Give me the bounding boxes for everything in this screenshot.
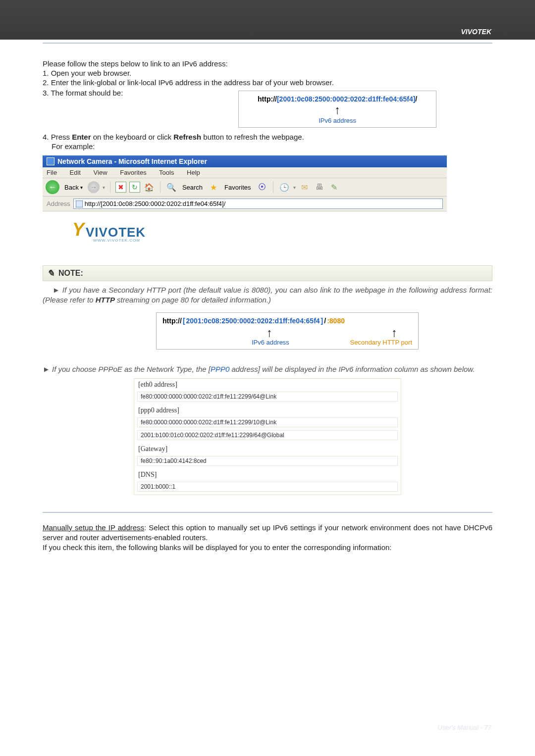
search-icon[interactable]: 🔍 [165,181,177,193]
eth0-header: [eth0 address] [134,379,401,391]
manual-lead: Manually setup the IP address [43,523,144,532]
back-button[interactable]: Back ▾ [62,183,85,192]
note-p2c: address] will be displayed in the IPv6 i… [229,365,475,373]
step-4b: For example: [52,142,492,151]
ie-window: Network Camera - Microsoft Internet Expl… [43,155,447,248]
url2-label-port: Secondary HTTP port [350,339,412,346]
dns-header: [DNS] [134,469,401,481]
stop-icon[interactable]: ✖ [115,182,126,193]
url2-port: :8080 [327,317,345,325]
toolbar-sep-2 [160,181,160,193]
ie-title: Network Camera - Microsoft Internet Expl… [57,157,207,165]
note-title: NOTE: [58,269,83,278]
ipv6-url: http://[2001:0c08:2500:0002:0202:d1ff:fe… [245,95,430,103]
url-addr: 2001:0c08:2500:0002:0202:d1ff:fe04:65f4 [279,95,413,103]
manual-paragraph-2: If you check this item, the following bl… [43,543,492,553]
manual-paragraph: Manually setup the IP address: Select th… [43,523,492,543]
url2-addr: 2001:0c08:2500:0002:0202:d1ff:fe04:65f4 [186,317,320,325]
divider-mid [43,512,492,513]
ppp0-header: [ppp0 address] [134,404,401,416]
page-footer: User's Manual - 77 [437,724,491,731]
menu-help[interactable]: Help [187,169,200,176]
gateway-header: [Gateway] [134,443,401,455]
ipv6-url-box: http://[2001:0c08:2500:0002:0202:d1ff:fe… [238,91,436,128]
note-p2a: ► If you choose PPPoE as the Network Typ… [43,365,211,373]
note-header: ✎ NOTE: [43,265,492,281]
print-icon[interactable]: 🖶 [314,181,325,193]
ie-menubar: File Edit View Favorites Tools Help [43,167,447,178]
forward-icon[interactable]: → [88,181,100,193]
ipv6-url-port: http://[2001:0c08:2500:0002:0202:d1ff:fe… [162,317,412,325]
url2-open: [ [183,317,185,325]
page-icon [76,201,83,207]
brand-label: VIVOTEK [461,28,491,36]
arrow-up-icon-2: ↑ [267,327,272,339]
ppp0-value-2: 2001:b100:01c0:0002:0202:d1ff:fe11:2299/… [137,430,398,440]
refresh-btn-ref: Refresh [173,133,201,141]
url2-label-ipv6: IPv6 address [252,339,289,346]
edit-icon[interactable]: ✎ [328,181,340,193]
home-icon[interactable]: 🏠 [143,181,155,193]
menu-tools[interactable]: Tools [159,169,174,176]
ipv6-info-table: [eth0 address] fe80:0000:0000:0000:0202:… [134,378,401,495]
menu-view[interactable]: View [94,169,107,176]
eth0-value: fe80:0000:0000:0000:0202:d1ff:fe11:2299/… [137,392,398,402]
url2-prefix: http:// [162,317,182,325]
media-icon[interactable]: ⦿ [256,181,268,193]
refresh-icon[interactable]: ↻ [129,182,140,193]
gateway-value: fe80::90:1a00:4142:8ced [137,456,398,466]
toolbar-sep-1 [110,181,110,193]
intro-line: Please follow the steps below to link to… [43,59,492,68]
note-paragraph-2: ► If you choose PPPoE as the Network Typ… [43,364,492,374]
note-p2b: PPP0 [211,365,229,373]
favorites-icon[interactable]: ★ [208,181,219,193]
ipv6-url-port-box: http://[2001:0c08:2500:0002:0202:d1ff:fe… [156,312,419,350]
url2-close: ] [321,317,323,325]
ipv6-label: IPv6 address [245,117,430,124]
step-4: 4. Press Enter on the keyboard or click … [43,133,492,141]
url-prefix: http:// [258,95,277,103]
note-icon: ✎ [47,268,54,279]
arrow-up-icon-3: ↑ [391,327,397,339]
forward-dropdown[interactable]: ▾ [103,185,105,190]
arrow-up-icon: ↑ [245,104,430,116]
history-icon[interactable]: 🕒 [278,181,290,193]
address-input[interactable]: http://[2001:0c08:2500:0002:0202:d1ff:fe… [73,199,443,209]
address-value: http://[2001:0c08:2500:0002:0202:d1ff:fe… [85,200,226,207]
toolbar-sep-3 [273,181,273,193]
ie-titlebar: Network Camera - Microsoft Internet Expl… [43,155,447,167]
url-suffix: / [415,95,417,103]
menu-edit[interactable]: Edit [70,169,81,176]
ppp0-value-1: fe80:0000:0000:0000:0202:d1ff:fe11:2299/… [137,417,398,427]
step-1: 1. Open your web browser. [43,69,492,77]
mail-icon[interactable]: ✉ [299,181,311,193]
note-paragraph-1: ► If you have a Secondary HTTP port (the… [43,285,492,305]
search-button[interactable]: Search [180,183,205,192]
ie-app-icon [47,157,54,165]
step-3: 3. The format should be: [43,89,123,97]
logo-y-icon: Y [72,219,84,240]
back-icon[interactable]: ← [46,180,59,194]
dns-value: 2001:b000::1 [137,482,398,492]
step-2: 2. Enter the link-global or link-local I… [43,78,492,87]
note-p1c: streaming on page 80 for detailed inform… [115,296,271,304]
url2-suffix: / [324,317,326,325]
note-p1b: HTTP [96,296,115,304]
menu-file[interactable]: File [47,169,57,176]
enter-key: Enter [72,133,91,141]
menu-favorites[interactable]: Favorites [120,169,146,176]
ie-body: Y VIVOTEK WWW.VIVOTEK.COM [43,211,447,248]
address-label: Address [47,200,70,207]
favorites-button[interactable]: Favorites [222,183,253,192]
vivotek-logo: Y VIVOTEK [72,219,437,240]
ie-addressbar: Address http://[2001:0c08:2500:0002:0202… [43,197,447,211]
ie-toolbar: ← Back ▾ → ▾ ✖ ↻ 🏠 🔍 Search ★ Favorites … [43,178,447,197]
divider-top [43,43,492,44]
